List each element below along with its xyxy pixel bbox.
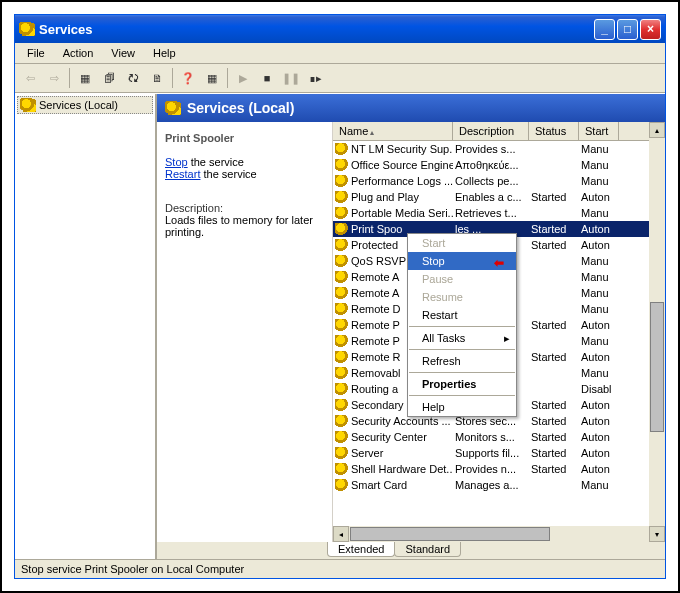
column-name[interactable]: Name▴ (333, 122, 453, 140)
refresh-button[interactable]: 🗘 (122, 67, 144, 89)
menu-action[interactable]: Action (55, 45, 102, 61)
tab-standard[interactable]: Standard (394, 542, 461, 557)
service-startup: Auton (579, 223, 619, 235)
service-startup: Auton (579, 463, 619, 475)
toolbar: ⇦ ⇨ ▦ 🗐 🗘 🗎 ❓ ▦ ▶ ■ ❚❚ ∎▸ (15, 64, 665, 93)
service-row[interactable]: Plug and PlayEnables a c...StartedAuton (333, 189, 665, 205)
gears-icon (335, 383, 349, 395)
stop-suffix: the service (188, 156, 244, 168)
ctx-properties[interactable]: Properties (408, 375, 516, 393)
hscroll-thumb[interactable] (350, 527, 550, 541)
ctx-help[interactable]: Help (408, 398, 516, 416)
ctx-sep (409, 326, 515, 327)
service-startup: Manu (579, 479, 619, 491)
service-startup: Manu (579, 271, 619, 283)
ctx-pause: Pause (408, 270, 516, 288)
service-status: Started (529, 447, 579, 459)
toolbar-btn-1[interactable]: ▦ (74, 67, 96, 89)
services-window: Services _ □ × File Action View Help ⇦ ⇨… (14, 14, 666, 579)
gears-icon (335, 303, 349, 315)
view-tabs: Extended Standard (157, 542, 665, 559)
toolbar-sep (172, 68, 173, 88)
service-status: Started (529, 399, 579, 411)
gears-icon (335, 223, 349, 235)
service-name: Removabl (351, 367, 401, 379)
properties-button[interactable]: 🗐 (98, 67, 120, 89)
column-description[interactable]: Description (453, 122, 529, 140)
gears-icon (19, 21, 35, 37)
minimize-button[interactable]: _ (594, 19, 615, 40)
forward-button[interactable]: ⇨ (43, 67, 65, 89)
ctx-stop[interactable]: Stop⬅ (408, 252, 516, 270)
vscroll-thumb[interactable] (650, 302, 664, 432)
tab-extended[interactable]: Extended (327, 542, 395, 557)
service-row[interactable]: NT LM Security Sup...Provides s...Manu (333, 141, 665, 157)
service-name: NT LM Security Sup... (351, 143, 453, 155)
scroll-down-button[interactable]: ▾ (649, 526, 665, 542)
menu-view[interactable]: View (103, 45, 143, 61)
service-desc: Manages a... (453, 479, 529, 491)
service-status: Started (529, 431, 579, 443)
tree-root-services-local[interactable]: Services (Local) (17, 96, 153, 114)
stop-service-link[interactable]: Stop (165, 156, 188, 168)
gears-icon (335, 479, 349, 491)
service-row[interactable]: Shell Hardware Det...Provides n...Starte… (333, 461, 665, 477)
service-name: Portable Media Seri... (351, 207, 453, 219)
service-desc: Retrieves t... (453, 207, 529, 219)
pause-service-button[interactable]: ❚❚ (280, 67, 302, 89)
service-row[interactable]: Portable Media Seri...Retrieves t...Manu (333, 205, 665, 221)
menu-file[interactable]: File (19, 45, 53, 61)
gears-icon (335, 463, 349, 475)
description-text: Loads files to memory for later printing… (165, 214, 324, 238)
vertical-scrollbar[interactable]: ▴ ▾ (649, 122, 665, 542)
service-startup: Auton (579, 351, 619, 363)
tree-root-label: Services (Local) (39, 99, 118, 111)
start-service-button[interactable]: ▶ (232, 67, 254, 89)
toolbar-sep (227, 68, 228, 88)
gears-icon (335, 399, 349, 411)
service-startup: Disabl (579, 383, 619, 395)
gears-icon (335, 207, 349, 219)
restart-service-link[interactable]: Restart (165, 168, 200, 180)
scroll-left-icon[interactable]: ◂ (333, 526, 349, 542)
scroll-up-button[interactable]: ▴ (649, 122, 665, 138)
service-desc: Collects pe... (453, 175, 529, 187)
service-startup: Manu (579, 287, 619, 299)
horizontal-scrollbar[interactable]: ◂ ▸ (333, 526, 665, 542)
service-row[interactable]: Security CenterMonitors s...StartedAuton (333, 429, 665, 445)
gears-icon (335, 255, 349, 267)
service-name: Remote R (351, 351, 401, 363)
service-startup: Auton (579, 319, 619, 331)
service-name: Remote P (351, 335, 400, 347)
service-name: QoS RSVP (351, 255, 406, 267)
ctx-restart[interactable]: Restart (408, 306, 516, 324)
service-row[interactable]: Office Source EngineΑποθηκεύε...Manu (333, 157, 665, 173)
gears-icon (335, 159, 349, 171)
ctx-all-tasks[interactable]: All Tasks (408, 329, 516, 347)
service-status: Started (529, 239, 579, 251)
close-button[interactable]: × (640, 19, 661, 40)
restart-service-button[interactable]: ∎▸ (304, 67, 326, 89)
service-row[interactable]: Smart CardManages a...Manu (333, 477, 665, 493)
maximize-button[interactable]: □ (617, 19, 638, 40)
service-row[interactable]: ServerSupports fil...StartedAuton (333, 445, 665, 461)
toolbar-btn-2[interactable]: ▦ (201, 67, 223, 89)
gears-icon (335, 335, 349, 347)
service-startup: Auton (579, 415, 619, 427)
gears-icon (335, 351, 349, 363)
stop-service-button[interactable]: ■ (256, 67, 278, 89)
gears-icon (335, 239, 349, 251)
service-startup: Manu (579, 207, 619, 219)
titlebar[interactable]: Services _ □ × (15, 15, 665, 43)
gears-icon (335, 191, 349, 203)
help-button[interactable]: ❓ (177, 67, 199, 89)
service-name: Routing a (351, 383, 398, 395)
back-button[interactable]: ⇦ (19, 67, 41, 89)
service-row[interactable]: Performance Logs ...Collects pe...Manu (333, 173, 665, 189)
ctx-sep (409, 372, 515, 373)
column-startup[interactable]: Start (579, 122, 619, 140)
column-status[interactable]: Status (529, 122, 579, 140)
ctx-refresh[interactable]: Refresh (408, 352, 516, 370)
export-button[interactable]: 🗎 (146, 67, 168, 89)
menu-help[interactable]: Help (145, 45, 184, 61)
